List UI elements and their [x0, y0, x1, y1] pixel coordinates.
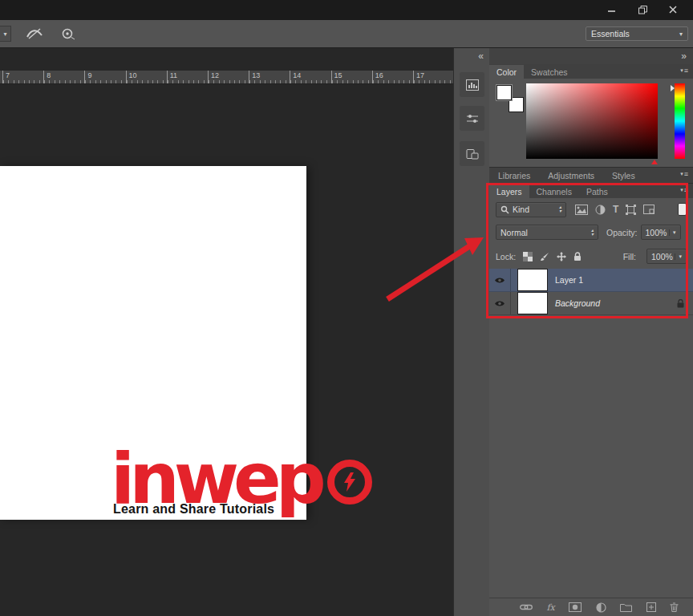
- workspace-label: Essentials: [591, 29, 630, 38]
- layer-effects-icon[interactable]: fx: [546, 603, 554, 612]
- sliders-icon: [466, 113, 479, 124]
- foreground-background-swatches[interactable]: [496, 85, 524, 112]
- layer-group-icon[interactable]: [620, 603, 632, 612]
- logo-lightbulb-icon: [327, 460, 372, 505]
- tool-options-bar: ▾ Essentials ▾: [0, 20, 693, 48]
- hue-slider[interactable]: [675, 83, 685, 159]
- close-button[interactable]: [664, 3, 682, 16]
- brush-stroke-icon[interactable]: [24, 26, 45, 42]
- layers-empty-area: [489, 315, 693, 598]
- panel-menu-icon[interactable]: ▾≡: [680, 67, 688, 75]
- logo-subtitle: Learn and Share Tutorials: [113, 502, 274, 517]
- ruler-mark: 11: [167, 71, 208, 83]
- link-layers-icon[interactable]: [520, 604, 533, 610]
- ruler-mark: 16: [372, 71, 413, 83]
- adjustment-layer-icon[interactable]: [596, 602, 606, 613]
- ruler-mark: 10: [126, 71, 167, 83]
- histogram-panel-button[interactable]: [460, 72, 484, 97]
- tool-preset-dropdown[interactable]: ▾: [0, 26, 11, 42]
- ruler-mark: 8: [43, 71, 84, 83]
- annotation-arrow: [353, 217, 497, 309]
- new-layer-icon[interactable]: [646, 602, 656, 612]
- minimize-icon: [608, 6, 616, 14]
- color-panel-tabs: Color Swatches ▾≡: [489, 64, 693, 79]
- device-icon: [466, 148, 479, 160]
- restore-icon: [638, 6, 647, 14]
- hue-slider-marker[interactable]: [671, 85, 675, 91]
- color-panel-body: [489, 79, 693, 167]
- title-bar: [0, 0, 693, 20]
- panels-top-bar: »: [489, 48, 693, 64]
- device-preview-panel-button[interactable]: [460, 141, 484, 166]
- layer-mask-icon[interactable]: [569, 602, 582, 612]
- window-controls: [603, 3, 682, 16]
- expand-panels-icon[interactable]: «: [478, 51, 484, 61]
- tab-libraries[interactable]: Libraries: [489, 171, 539, 180]
- restore-button[interactable]: [634, 3, 651, 16]
- histogram-icon: [466, 79, 479, 91]
- panel-dock: «: [453, 48, 489, 616]
- panel-column: » Color Swatches ▾≡ Libraries Adjustment…: [489, 48, 693, 616]
- saturation-brightness-field[interactable]: [526, 83, 658, 159]
- layers-action-icons: fx: [520, 602, 679, 613]
- color-ramp-marker: [651, 160, 658, 164]
- layers-bottom-bar: fx: [489, 598, 693, 616]
- ruler-mark: 17: [413, 71, 453, 83]
- tab-styles[interactable]: Styles: [603, 171, 644, 180]
- annotation-highlight-box: [486, 183, 688, 318]
- delete-layer-icon[interactable]: [670, 602, 679, 612]
- foreground-color-swatch[interactable]: [496, 85, 512, 100]
- ruler-mark: 7: [2, 71, 43, 83]
- tab-color[interactable]: Color: [489, 65, 524, 79]
- tool-options-left: ▾: [0, 26, 79, 42]
- ruler-mark: 12: [208, 71, 249, 83]
- collapsed-panel-tabs: Libraries Adjustments Styles ▾≡: [489, 167, 693, 183]
- ruler-mark: 15: [331, 71, 372, 83]
- close-icon: [669, 6, 677, 14]
- horizontal-ruler[interactable]: 7 8 9 10 11 12 13 14 15 16 17: [0, 71, 453, 84]
- collapse-panels-icon[interactable]: »: [681, 51, 687, 61]
- properties-panel-button[interactable]: [460, 106, 484, 131]
- panel-menu-icon[interactable]: ▾≡: [680, 170, 688, 178]
- tab-adjustments[interactable]: Adjustments: [539, 171, 603, 180]
- workspace-switcher[interactable]: Essentials ▾: [586, 26, 688, 41]
- ruler-mark: 14: [290, 71, 330, 83]
- ruler-mark: 13: [249, 71, 290, 83]
- tab-swatches[interactable]: Swatches: [524, 65, 575, 79]
- airbrush-icon[interactable]: [58, 26, 79, 42]
- canvas-area[interactable]: 7 8 9 10 11 12 13 14 15 16 17: [0, 48, 453, 616]
- chevron-down-icon: ▾: [679, 30, 683, 38]
- photoshop-window: ▾ Essentials ▾ 7 8 9 10 11 12 13 14 15 1…: [0, 0, 693, 616]
- minimize-button[interactable]: [603, 3, 621, 16]
- ruler-mark: 9: [84, 71, 125, 83]
